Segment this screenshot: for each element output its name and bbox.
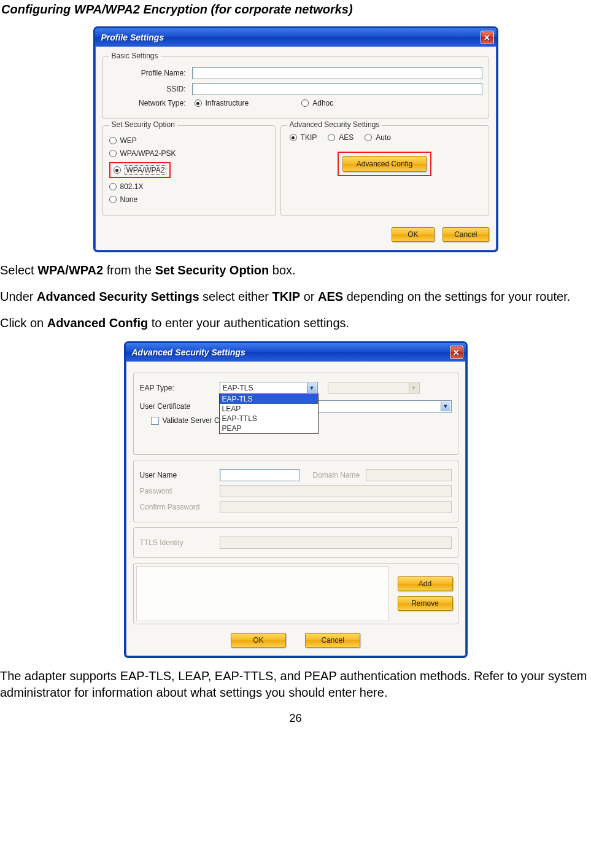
profile-name-input[interactable] xyxy=(192,67,482,79)
cipher-tkip[interactable]: TKIP xyxy=(290,133,317,142)
radio-icon xyxy=(109,183,117,190)
instruction-paragraph-2: Under Advanced Security Settings select … xyxy=(0,289,591,305)
eap-type-label: EAP Type: xyxy=(140,384,220,392)
close-icon[interactable]: ✕ xyxy=(481,31,494,44)
instruction-paragraph-4: The adapter supports EAP-TLS, LEAP, EAP-… xyxy=(0,668,591,701)
instruction-paragraph-3: Click on Advanced Config to enter your a… xyxy=(0,315,591,331)
ok-button[interactable]: OK xyxy=(231,633,286,648)
cipher-auto[interactable]: Auto xyxy=(365,133,391,142)
profile-settings-window: Profile Settings ✕ Basic Settings Profil… xyxy=(93,26,498,252)
advanced-config-button[interactable]: Advanced Config xyxy=(342,156,427,172)
credentials-panel: User Name Domain Name Password Confirm P… xyxy=(133,460,458,522)
add-button[interactable]: Add xyxy=(398,576,453,591)
radio-icon xyxy=(328,134,335,141)
text: to enter your authentication settings. xyxy=(148,316,349,330)
eap-type-dropdown: EAP-TLS LEAP EAP-TTLS PEAP xyxy=(219,393,319,434)
password-label: Password xyxy=(140,487,220,495)
remove-button[interactable]: Remove xyxy=(398,596,453,611)
text: select either xyxy=(199,290,272,303)
ssid-input[interactable] xyxy=(192,83,482,95)
window-title: Advanced Security Settings xyxy=(132,347,245,357)
ttls-panel: TTLS Identity xyxy=(133,527,458,558)
user-name-input[interactable] xyxy=(220,469,299,481)
radio-icon xyxy=(109,150,117,157)
ttls-identity-input xyxy=(220,537,452,549)
highlight-box: WPA/WPA2 xyxy=(109,162,171,178)
network-type-infrastructure[interactable]: Infrastructure xyxy=(195,99,249,107)
radio-icon xyxy=(109,137,117,144)
text-bold: Advanced Security Settings xyxy=(37,290,199,303)
radio-icon xyxy=(365,134,372,141)
password-input xyxy=(220,485,452,497)
page-number: 26 xyxy=(0,712,591,725)
text: from the xyxy=(103,263,155,277)
none-label: None xyxy=(120,195,138,204)
advanced-security-legend: Advanced Security Settings xyxy=(287,120,382,129)
security-8021x[interactable]: 802.1X xyxy=(109,182,269,191)
ok-button[interactable]: OK xyxy=(392,227,435,242)
cancel-button[interactable]: Cancel xyxy=(442,227,489,242)
text-bold: Set Security Option xyxy=(155,263,269,277)
basic-settings-group: Basic Settings Profile Name: SSID: Netwo… xyxy=(102,56,489,119)
wpapsk-label: WPA/WPA2-PSK xyxy=(120,149,176,158)
confirm-password-input xyxy=(220,501,452,513)
close-icon[interactable]: ✕ xyxy=(450,346,463,359)
wep-label: WEP xyxy=(120,136,137,145)
domain-name-input xyxy=(366,469,451,481)
aes-label: AES xyxy=(339,133,353,142)
text: Click on xyxy=(0,316,47,330)
radio-icon xyxy=(290,134,297,141)
dot1x-label: 802.1X xyxy=(120,182,144,191)
text-bold: WPA/WPA2 xyxy=(37,263,103,277)
eap-option-leap[interactable]: LEAP xyxy=(220,404,318,414)
basic-settings-legend: Basic Settings xyxy=(109,52,161,60)
ssid-label: SSID: xyxy=(109,85,192,93)
validate-server-checkbox[interactable] xyxy=(151,417,159,425)
certificate-listbox[interactable] xyxy=(136,566,389,621)
adhoc-label: Adhoc xyxy=(312,99,333,107)
auto-label: Auto xyxy=(376,133,391,142)
eap-subtype-select: ▼ xyxy=(328,382,420,394)
eap-type-select[interactable]: EAP-TLS ▼ xyxy=(220,382,318,394)
security-none[interactable]: None xyxy=(109,195,269,204)
eap-option-eap-tls[interactable]: EAP-TLS xyxy=(220,394,318,404)
security-wpa[interactable]: WPA/WPA2 xyxy=(109,162,269,178)
security-wpapsk[interactable]: WPA/WPA2-PSK xyxy=(109,149,269,158)
chevron-down-icon: ▼ xyxy=(409,383,419,393)
eap-option-eap-ttls[interactable]: EAP-TTLS xyxy=(220,414,318,424)
security-option-legend: Set Security Option xyxy=(109,120,177,129)
chevron-down-icon: ▼ xyxy=(441,401,450,411)
advanced-security-group: Advanced Security Settings TKIP AES Auto… xyxy=(280,125,489,216)
section-heading: Configuring WPA/WPA2 Encryption (for cor… xyxy=(0,2,591,17)
eap-type-value: EAP-TLS xyxy=(223,384,253,392)
user-name-label: User Name xyxy=(140,471,220,479)
network-type-label: Network Type: xyxy=(109,99,192,107)
highlight-box: Advanced Config xyxy=(338,152,431,176)
user-certificate-label: User Certificate xyxy=(140,402,220,411)
text: or xyxy=(300,290,318,303)
security-option-group: Set Security Option WEP WPA/WPA2-PSK WPA… xyxy=(102,125,276,216)
instruction-paragraph-1: Select WPA/WPA2 from the Set Security Op… xyxy=(0,262,591,279)
cipher-aes[interactable]: AES xyxy=(328,133,353,142)
text: Select xyxy=(0,263,37,277)
eap-panel: EAP Type: EAP-TLS ▼ EAP-TLS LEAP EAP-TTL… xyxy=(133,373,458,455)
cancel-button[interactable]: Cancel xyxy=(305,633,360,648)
profile-name-label: Profile Name: xyxy=(109,69,192,77)
titlebar: Profile Settings ✕ xyxy=(95,28,496,47)
radio-icon xyxy=(114,166,121,174)
text: box. xyxy=(269,263,295,277)
eap-option-peap[interactable]: PEAP xyxy=(220,424,318,433)
tkip-label: TKIP xyxy=(301,133,317,142)
radio-icon xyxy=(195,99,202,107)
wpa-label: WPA/WPA2 xyxy=(125,165,167,175)
titlebar: Advanced Security Settings ✕ xyxy=(126,343,466,362)
validate-server-label: Validate Server Cer xyxy=(163,416,226,425)
confirm-password-label: Confirm Password xyxy=(140,503,220,511)
text-bold: TKIP xyxy=(272,290,301,303)
text: Under xyxy=(0,290,37,303)
certificate-list-panel: Add Remove xyxy=(133,563,458,624)
ttls-identity-label: TTLS Identity xyxy=(140,538,220,547)
security-wep[interactable]: WEP xyxy=(109,136,269,145)
network-type-adhoc[interactable]: Adhoc xyxy=(301,99,333,107)
radio-icon xyxy=(109,196,117,203)
